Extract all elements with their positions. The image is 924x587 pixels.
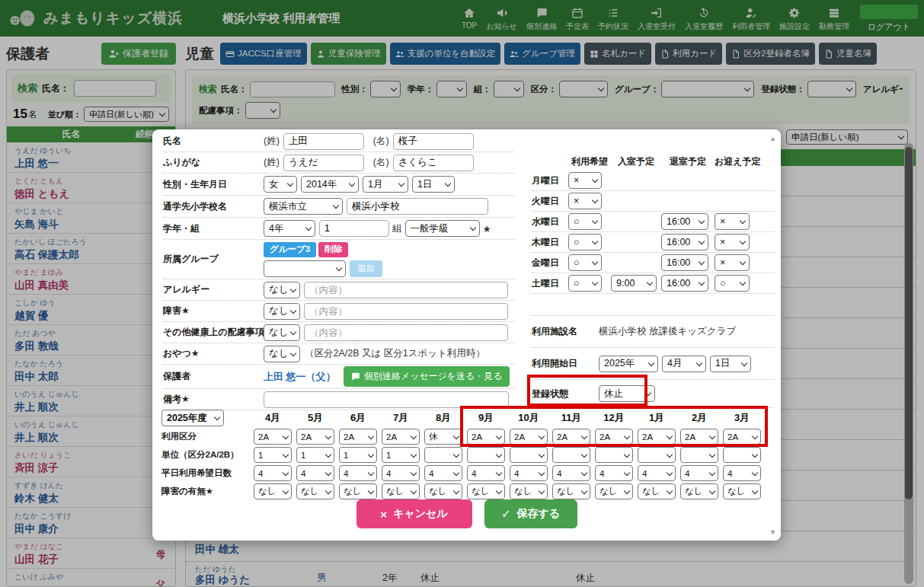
snack-select[interactable]: なし [264, 346, 300, 362]
month-value-select[interactable]: なし [510, 483, 548, 499]
month-value-select[interactable]: 2A [595, 429, 633, 445]
month-value-select[interactable] [638, 447, 676, 463]
use-select[interactable]: × [568, 193, 602, 209]
month-value-select[interactable]: 2A [382, 429, 420, 445]
class-type-select[interactable]: 一般学級 [405, 220, 480, 237]
month-value-select[interactable]: 4 [382, 465, 420, 481]
chevron-down-icon [290, 286, 296, 292]
group-add-select[interactable] [264, 260, 346, 277]
start-month-select[interactable]: 4月 [662, 356, 706, 372]
checkin-time-select[interactable]: 9:00 [611, 275, 657, 292]
month-value-select[interactable]: 2A [723, 429, 761, 445]
checkout-time-select[interactable]: 16:00 [661, 213, 708, 230]
group-delete-button[interactable]: 削除 [318, 242, 348, 257]
gender-select[interactable]: 女 [264, 176, 297, 193]
health-detail-input[interactable] [304, 324, 508, 341]
fiscal-year-select[interactable]: 2025年度 [161, 410, 224, 426]
birth-year-select[interactable]: 2014年 [301, 176, 359, 193]
health-select[interactable]: なし [264, 324, 300, 341]
month-value-select[interactable]: 1 [254, 447, 292, 463]
month-value-select[interactable] [595, 447, 633, 463]
month-value-select[interactable] [680, 447, 718, 463]
month-value-select[interactable]: なし [467, 483, 505, 499]
month-value-select[interactable]: なし [339, 483, 377, 499]
month-value-select[interactable]: 4 [254, 465, 292, 481]
use-select[interactable]: × [568, 172, 602, 189]
month-value-select[interactable]: 休 [424, 429, 462, 445]
pickup-select[interactable]: × [715, 213, 750, 230]
start-day-select[interactable]: 1日 [710, 356, 751, 372]
month-value-select[interactable]: なし [382, 483, 420, 499]
remarks-input[interactable] [264, 391, 509, 408]
birth-day-select[interactable]: 1日 [412, 176, 455, 193]
month-value-select[interactable]: 4 [723, 465, 761, 481]
checkout-time-select[interactable]: 16:00 [661, 254, 708, 271]
school-name-input[interactable] [347, 198, 488, 215]
class-number-input[interactable] [319, 220, 389, 237]
month-value-select[interactable]: なし [552, 483, 590, 499]
chevron-down-icon [453, 432, 459, 439]
cancel-button[interactable]: × キャンセル [356, 499, 472, 528]
month-value-select[interactable]: なし [595, 483, 633, 499]
month-value-select[interactable]: 2A [638, 429, 676, 445]
first-name-input[interactable] [393, 133, 474, 150]
pickup-select[interactable]: × [715, 234, 750, 250]
month-value-select[interactable]: 4 [467, 465, 505, 481]
use-select[interactable]: ○ [568, 213, 602, 230]
month-value-select[interactable]: 1 [296, 447, 334, 463]
allergy-select[interactable]: なし [264, 282, 300, 298]
month-value-select[interactable] [467, 447, 505, 463]
month-value-select[interactable]: 4 [339, 465, 377, 481]
checkout-time-select[interactable]: 16:00 [661, 234, 708, 250]
month-value-select[interactable]: 4 [680, 465, 718, 481]
month-value-select[interactable]: 2A [680, 429, 718, 445]
save-button[interactable]: ✓ 保存する [484, 499, 577, 528]
month-value-select[interactable]: 2A [467, 429, 505, 445]
month-value-select[interactable]: 4 [424, 465, 462, 481]
month-value-select[interactable]: 1 [382, 447, 420, 463]
pickup-select[interactable]: ○ [715, 275, 750, 292]
month-value-select[interactable] [723, 447, 761, 463]
start-year-select[interactable]: 2025年 [599, 356, 658, 372]
use-select[interactable]: ○ [568, 275, 602, 292]
modal-scroll-up-icon[interactable]: ▲ [769, 135, 776, 142]
school-city-select[interactable]: 横浜市立 [264, 198, 343, 215]
registration-status-select[interactable]: 休止 [599, 385, 655, 402]
send-message-button[interactable]: 個別連絡メッセージを送る・見る [344, 366, 510, 387]
last-name-kana-input[interactable] [283, 155, 364, 171]
month-value-select[interactable]: 2A [254, 429, 292, 445]
checkout-time-select[interactable]: 16:00 [661, 275, 708, 292]
month-value-select[interactable]: なし [424, 483, 462, 499]
month-value-select[interactable]: なし [296, 483, 334, 499]
month-value-select[interactable]: 1 [339, 447, 377, 463]
birth-month-select[interactable]: 1月 [363, 176, 408, 193]
guardian-link[interactable]: 上田 悠一（父） [264, 370, 336, 384]
month-value-select[interactable]: なし [680, 483, 718, 499]
use-select[interactable]: ○ [568, 254, 602, 271]
month-value-select[interactable]: なし [723, 483, 761, 499]
disability-select[interactable]: なし [264, 303, 300, 320]
month-value-select[interactable]: 4 [638, 465, 676, 481]
month-value-select[interactable]: 2A [339, 429, 377, 445]
month-value-select[interactable]: 4 [510, 465, 548, 481]
month-value-select[interactable]: 4 [595, 465, 633, 481]
month-value-select[interactable] [552, 447, 590, 463]
month-value-select[interactable] [424, 447, 462, 463]
modal-scroll-down-icon[interactable]: ▼ [769, 528, 776, 536]
month-value-select[interactable]: 2A [552, 429, 590, 445]
month-value-select[interactable]: 2A [296, 429, 334, 445]
month-value-select[interactable]: なし [254, 483, 292, 499]
month-value-select[interactable]: なし [638, 483, 676, 499]
first-name-kana-input[interactable] [393, 155, 474, 171]
month-value-select[interactable]: 2A [510, 429, 548, 445]
month-value-select[interactable]: 4 [552, 465, 590, 481]
pickup-select[interactable]: × [715, 254, 750, 271]
last-name-input[interactable] [283, 133, 364, 150]
grade-select[interactable]: 4年 [264, 220, 315, 237]
allergy-detail-input[interactable] [304, 282, 508, 298]
month-value-select[interactable] [510, 447, 548, 463]
group-add-button[interactable]: 追加 [350, 260, 382, 277]
month-value-select[interactable]: 4 [296, 465, 334, 481]
use-select[interactable]: ○ [568, 234, 602, 250]
disability-detail-input[interactable] [304, 303, 508, 320]
